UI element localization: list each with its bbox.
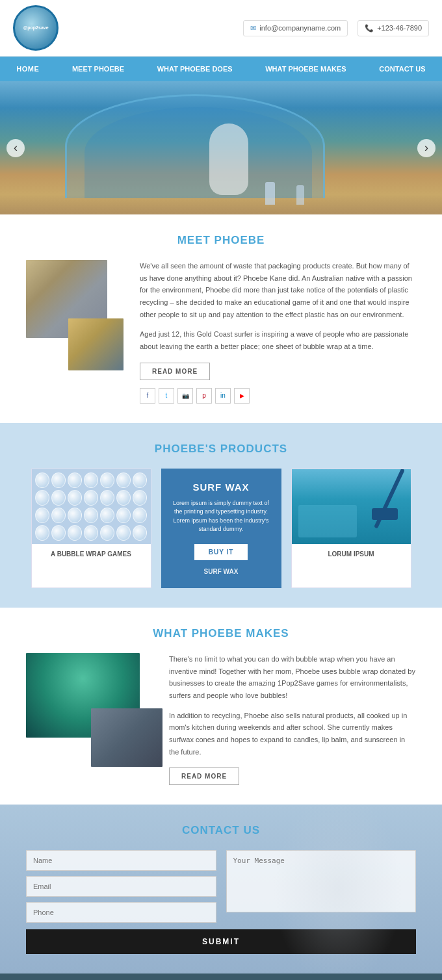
surfwax-buy-button[interactable]: BUY IT [194,544,248,560]
makes-paragraph1: There's no limit to what you can do with… [169,653,416,702]
contact-submit-button[interactable]: SUBMIT [26,929,416,954]
products-section: PHOEBE'S PRODUCTS [0,423,442,608]
meet-phoebe-text-area: We've all seen the amount of waste that … [140,260,416,404]
product-card-bubble: A BUBBLE WRAP GAMES [31,469,151,588]
email-text: info@companyname.com [259,24,341,32]
contact-name-input[interactable] [26,850,216,871]
contact-section: CONTACT US SUBMIT [0,805,442,974]
social-linkedin[interactable]: in [215,388,231,404]
social-facebook[interactable]: f [140,388,155,404]
makes-paragraph2: In addition to recycling, Phoebe also se… [169,710,416,758]
contact-info: ✉ info@companyname.com 📞 +123-46-7890 [243,20,429,36]
contact-left-fields [26,850,216,923]
phone-contact: 📞 +123-46-7890 [358,20,429,36]
nav-what-does[interactable]: WHAT PHOEBE DOES [152,57,238,81]
product-pool-name: LORUM IPSUM [292,544,411,564]
email-icon: ✉ [250,24,256,32]
meet-phoebe-images [26,260,127,374]
makes-text-area: There's no limit to what you can do with… [169,653,416,786]
social-twitter[interactable]: t [159,388,174,404]
makes-images [26,653,156,767]
product-card-pool: LORUM IPSUM [291,469,411,588]
footer: MEET PHOEBE We've all seen the amount of… [0,974,442,980]
products-title: PHOEBE'S PRODUCTS [26,443,416,456]
contact-phone-input[interactable] [26,902,216,923]
makes-read-more-button[interactable]: READ MORE [169,767,239,785]
nav-meet-phoebe[interactable]: MEET PHOEBE [67,57,129,81]
contact-title: CONTACT US [26,824,416,837]
surfwax-desc: Lorem ipsum is simply dummy text of the … [171,499,272,534]
meet-phoebe-sub-image [68,318,124,370]
nav-home[interactable]: HOME [11,57,44,81]
product-bubble-name: A BUBBLE WRAP GAMES [32,544,151,564]
contact-message-textarea[interactable] [226,850,417,912]
meet-phoebe-paragraph2: Aged just 12, this Gold Coast surfer is … [140,328,416,352]
contact-email-input[interactable] [26,876,216,897]
pool-image [292,469,411,544]
phone-icon: 📞 [365,24,374,32]
surfwax-label: SURF WAX [204,568,239,575]
social-pinterest[interactable]: p [196,388,212,404]
nav-contact[interactable]: CONTACT US [374,57,430,81]
surfwax-title: SURF WAX [192,482,249,493]
social-icons-row: f t 📷 p in ▶ [140,388,416,404]
hero-slider: ‹ › [0,81,442,214]
phone-text: +123-46-7890 [377,24,422,32]
products-grid: A BUBBLE WRAP GAMES SURF WAX Lorem ipsum… [26,469,416,588]
arrow-right-icon: › [424,141,428,155]
slider-prev-button[interactable]: ‹ [6,139,25,157]
makes-sub-image [91,708,162,767]
what-phoebe-makes-section: WHAT PHOEBE MAKES There's no limit to wh… [0,608,442,805]
bubble-wrap-image [32,469,151,544]
header: @pop2save ✉ info@companyname.com 📞 +123-… [0,0,442,57]
makes-title: WHAT PHOEBE MAKES [26,627,416,640]
product-card-surfwax: SURF WAX Lorem ipsum is simply dummy tex… [161,469,281,588]
main-nav: HOME MEET PHOEBE WHAT PHOEBE DOES WHAT P… [0,57,442,81]
email-contact: ✉ info@companyname.com [243,20,348,36]
meet-phoebe-read-more-button[interactable]: READ MORE [140,363,210,380]
nav-what-makes[interactable]: WHAT PHOEBE MAKES [260,57,351,81]
meet-phoebe-paragraph1: We've all seen the amount of waste that … [140,260,416,320]
logo-area: @pop2save [13,5,58,51]
logo-text: @pop2save [23,25,48,31]
social-youtube[interactable]: ▶ [234,388,250,404]
slider-next-button[interactable]: › [417,139,436,157]
contact-right-field [226,850,417,923]
social-instagram[interactable]: 📷 [177,388,193,404]
meet-phoebe-section: MEET PHOEBE We've all seen the amount of… [0,214,442,423]
logo[interactable]: @pop2save [13,5,58,51]
arrow-left-icon: ‹ [14,141,18,155]
meet-phoebe-title: MEET PHOEBE [26,234,416,247]
contact-form [26,850,416,923]
